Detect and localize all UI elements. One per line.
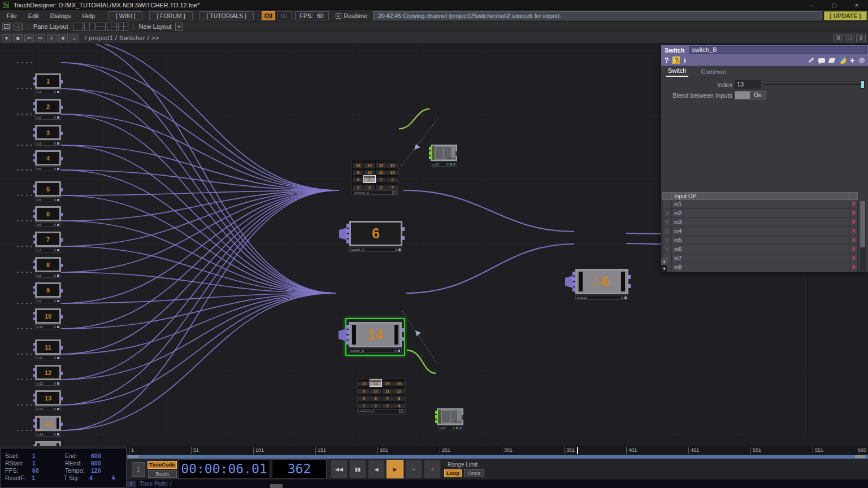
minimize-button[interactable]: – <box>800 0 823 10</box>
input-connector[interactable] <box>572 277 576 281</box>
input-connector[interactable] <box>429 151 432 155</box>
top-node-in3[interactable]: 3in3 <box>35 125 61 146</box>
blend-toggle[interactable]: On <box>735 91 766 99</box>
zoom-reset-button[interactable]: 0 <box>834 34 843 42</box>
top-node-cross1[interactable]: 146cross1 <box>575 269 628 300</box>
output-connector[interactable] <box>60 132 63 135</box>
output-connector[interactable] <box>462 415 463 420</box>
output-connector[interactable] <box>60 80 63 84</box>
link-wiki[interactable]: [ WIKI ] <box>108 11 142 20</box>
setting-value[interactable]: 600 <box>91 452 106 459</box>
node-flag[interactable] <box>450 163 452 165</box>
node-flag[interactable] <box>57 224 59 226</box>
output-connector[interactable] <box>60 372 63 375</box>
network-menu-button[interactable]: ▾ <box>2 34 11 42</box>
stop-button[interactable]: ■ <box>13 34 23 42</box>
selector-cell-4[interactable]: 4 <box>393 402 405 408</box>
close-button[interactable]: × <box>845 0 868 10</box>
node-flag[interactable] <box>57 249 59 251</box>
delete-row-icon[interactable]: × <box>849 245 857 254</box>
setting-value[interactable]: 60 <box>32 467 65 474</box>
beats-mode-button[interactable]: Beats <box>148 470 177 478</box>
scroll-up-icon[interactable]: ▲ <box>661 258 667 265</box>
top-node-switch_B[interactable]: 14switch_B <box>349 322 402 353</box>
setting-value[interactable]: 1 <box>32 452 65 459</box>
selector-cell-1[interactable]: 1 <box>353 183 363 190</box>
input-connector[interactable] <box>435 415 438 419</box>
selector-cell-12[interactable]: 12 <box>393 387 405 394</box>
tab-switch[interactable]: Switch <box>666 66 688 77</box>
home-button[interactable]: ⌂ <box>70 34 79 42</box>
index-value-field[interactable]: 13 <box>735 80 761 89</box>
layout-single-button[interactable] <box>73 23 83 31</box>
node-flag[interactable] <box>459 427 462 429</box>
node-flag[interactable] <box>54 433 56 435</box>
selector-cell-13[interactable]: 13 <box>353 161 363 168</box>
input-op-row[interactable]: ↑in5× <box>662 236 858 245</box>
input-connector[interactable] <box>346 224 350 228</box>
menu-dialogs[interactable]: Dialogs <box>45 12 77 19</box>
top-node-in15[interactable]: 15in15 <box>35 441 61 446</box>
output-connector[interactable] <box>60 264 63 267</box>
input-connector[interactable] <box>429 156 432 159</box>
move-up-icon[interactable]: ↑ <box>663 218 672 226</box>
selector-cell-9[interactable]: 9 <box>353 168 363 175</box>
node-flag[interactable] <box>453 163 455 165</box>
node-flag[interactable] <box>446 163 449 165</box>
link-forum[interactable]: [ FORUM ] <box>149 11 192 20</box>
node-flag[interactable] <box>57 357 59 359</box>
selector-cell-10[interactable]: 10 <box>364 168 375 175</box>
input-connector[interactable] <box>346 336 349 339</box>
delete-row-icon[interactable]: × <box>849 236 857 245</box>
loop-button[interactable]: Loop <box>444 469 462 477</box>
input-op-row[interactable]: ↑in3× <box>662 218 858 227</box>
back-button[interactable]: ⇦ <box>24 34 34 42</box>
operator-name-field[interactable]: switch_B <box>689 46 867 54</box>
top-node-in13[interactable]: 13in13 <box>35 390 61 411</box>
layout-mixed-button[interactable] <box>107 23 117 31</box>
input-connector[interactable] <box>346 341 349 345</box>
tab-common[interactable]: Common <box>698 67 728 77</box>
top-node-in12[interactable]: 12in12 <box>35 365 61 386</box>
input-op-name[interactable]: in6 <box>672 245 849 254</box>
top-node-in10[interactable]: 10in10 <box>35 308 61 329</box>
top-node-in11[interactable]: 11in11 <box>35 339 61 360</box>
node-flag[interactable] <box>54 382 56 385</box>
selector-cell-3[interactable]: 3 <box>382 402 393 408</box>
output-connector[interactable] <box>60 422 63 426</box>
input-connector[interactable] <box>572 272 576 276</box>
selector-cell-7[interactable]: 7 <box>376 176 387 182</box>
selector-cell-16[interactable]: 16 <box>387 161 398 168</box>
context-help-icon[interactable]: ? <box>672 56 680 64</box>
input-connector[interactable] <box>429 147 432 150</box>
input-op-row[interactable]: ↑in6× <box>662 245 858 254</box>
node-flag[interactable] <box>453 427 455 429</box>
layout-grid-button[interactable] <box>118 23 128 31</box>
selector-cell-5[interactable]: 5 <box>358 394 370 401</box>
node-flag[interactable] <box>456 427 458 429</box>
info-icon[interactable]: i <box>684 57 685 64</box>
top-node-in7[interactable]: 7in7 <box>35 232 61 252</box>
pane-index-box[interactable]: 1 <box>132 462 145 477</box>
step-back-button[interactable]: − <box>405 460 422 478</box>
index-slider-handle[interactable] <box>861 80 865 89</box>
table-scrollbar[interactable] <box>859 200 866 272</box>
selector-cell-11[interactable]: 11 <box>376 168 387 175</box>
link-tutorials[interactable]: [ TUTORIALS ] <box>199 11 254 20</box>
once-button[interactable]: Once <box>464 469 484 477</box>
selector-cell-14[interactable]: 14 <box>364 161 375 168</box>
output-connector[interactable] <box>628 284 631 288</box>
input-op-row[interactable]: ↑in8× <box>662 263 858 272</box>
top-node-in14[interactable]: 14in14 <box>35 416 61 437</box>
playhead-marker[interactable] <box>577 447 578 454</box>
node-flag[interactable] <box>54 408 56 410</box>
selector-cell-2[interactable]: 2 <box>370 402 381 408</box>
input-connector[interactable] <box>435 420 438 423</box>
setting-value[interactable]: 1 <box>32 474 64 481</box>
node-flag[interactable] <box>54 199 56 201</box>
layout-hsplit-button[interactable] <box>96 23 106 31</box>
node-flag[interactable] <box>54 116 56 119</box>
output-connector[interactable] <box>455 151 457 156</box>
output-connector[interactable] <box>60 289 63 293</box>
delete-row-icon[interactable]: × <box>849 227 857 236</box>
